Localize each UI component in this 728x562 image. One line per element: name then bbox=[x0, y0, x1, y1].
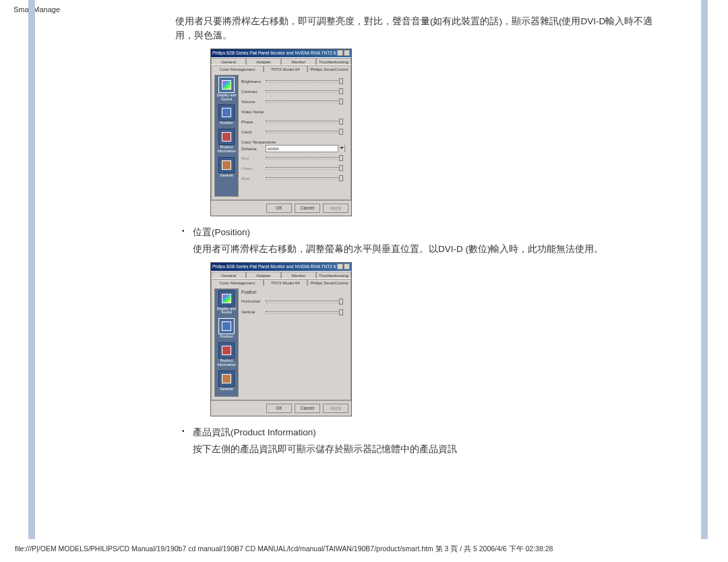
tab-row-top-2: General Adapter Monitor Troubleshooting bbox=[211, 271, 351, 278]
slider-phase[interactable] bbox=[266, 119, 345, 124]
window-title-2: Philips B2B Series Flat Panel Monitor an… bbox=[212, 264, 336, 269]
left-margin-stripe bbox=[28, 0, 35, 539]
window-title: Philips B2B Series Flat Panel Monitor an… bbox=[212, 51, 336, 55]
label-green: Green bbox=[241, 166, 266, 170]
close-icon-2[interactable] bbox=[344, 263, 350, 270]
slider-clock[interactable] bbox=[266, 129, 345, 134]
label-videonoise: Video Noise bbox=[241, 109, 266, 114]
titlebar: Philips B2B Series Flat Panel Monitor an… bbox=[211, 49, 351, 57]
slider-green[interactable] bbox=[266, 165, 345, 170]
side-label-general-2: General bbox=[220, 387, 233, 392]
apply-button-2[interactable]: Apply bbox=[323, 404, 348, 413]
tab-monitor[interactable]: Monitor bbox=[281, 58, 316, 65]
side-product-info-2[interactable] bbox=[218, 342, 235, 358]
side-label-position-2: Position bbox=[220, 335, 233, 339]
dialog-position: Philips B2B Series Flat Panel Monitor an… bbox=[210, 262, 352, 416]
bullet-product-info: 產品資訊(Product Information) bbox=[175, 426, 661, 440]
close-icon[interactable] bbox=[344, 50, 350, 56]
ok-button[interactable]: OK bbox=[266, 204, 292, 213]
slider-horizontal[interactable] bbox=[266, 299, 345, 304]
fields-area: Brightness Contrast Volume Video Noise P… bbox=[239, 75, 348, 197]
side-nav-2: Display and Sound Position Product Infor… bbox=[214, 288, 239, 397]
slider-vertical[interactable] bbox=[266, 309, 345, 315]
label-brightness: Brightness bbox=[241, 79, 266, 84]
label-blue: Blue bbox=[241, 176, 266, 181]
combo-scheme[interactable]: 6500K bbox=[266, 145, 345, 152]
label-scheme: Scheme bbox=[241, 146, 266, 151]
side-general[interactable] bbox=[218, 157, 235, 173]
label-red: Red bbox=[241, 156, 266, 160]
position-icon-2 bbox=[222, 321, 231, 331]
panel-body-2: Display and Sound Position Product Infor… bbox=[211, 286, 351, 400]
bullet-product-body: 按下左側的產品資訊即可顯示儲存於顯示器記憶體中的產品資訊 bbox=[175, 443, 661, 457]
label-vertical: Vertical bbox=[241, 309, 266, 314]
side-label-position: Position bbox=[220, 121, 233, 125]
tab-color-management[interactable]: Color Management bbox=[211, 65, 264, 72]
general-icon bbox=[222, 160, 231, 170]
help-icon-2[interactable] bbox=[337, 263, 343, 270]
side-product-info[interactable] bbox=[218, 129, 235, 145]
tab-philips-smartcontrol[interactable]: Philips SmartControl bbox=[307, 65, 351, 72]
tab-row-top: General Adapter Monitor Troubleshooting bbox=[211, 57, 351, 65]
button-bar: OK Cancel Apply bbox=[211, 200, 351, 216]
tab-general[interactable]: General bbox=[211, 58, 246, 65]
tab-philips-smartcontrol-2[interactable]: Philips SmartControl bbox=[307, 279, 351, 286]
section-position: Position bbox=[241, 290, 345, 294]
tab-tnt2-2[interactable]: TNT2 Model 64 bbox=[264, 279, 307, 286]
ok-button-2[interactable]: OK bbox=[266, 404, 292, 413]
tab-adapter-2[interactable]: Adapter bbox=[246, 272, 281, 278]
label-clock: Clock bbox=[241, 129, 266, 134]
slider-volume[interactable] bbox=[266, 98, 345, 104]
tab-monitor-2[interactable]: Monitor bbox=[281, 272, 316, 278]
tab-troubleshooting-2[interactable]: Troubleshooting bbox=[316, 272, 351, 278]
button-bar-2: OK Cancel Apply bbox=[211, 400, 351, 416]
label-volume: Volume bbox=[241, 99, 266, 104]
display-sound-icon bbox=[222, 80, 231, 90]
label-contrast: Contrast bbox=[241, 89, 266, 94]
side-position[interactable] bbox=[218, 104, 235, 121]
tab-troubleshooting[interactable]: Troubleshooting bbox=[316, 58, 351, 65]
cancel-button[interactable]: Cancel bbox=[295, 204, 320, 213]
side-label-product-2: Product Information bbox=[215, 359, 238, 367]
page-title: SmartManage bbox=[13, 5, 60, 13]
side-label-general: General bbox=[220, 174, 233, 178]
product-info-icon bbox=[222, 132, 231, 142]
side-nav: Display and Sound Position Product Infor… bbox=[214, 75, 239, 197]
combo-scheme-value: 6500K bbox=[268, 147, 279, 151]
footer-path: file:///P|/OEM MODELS/PHILIPS/CD Manual/… bbox=[15, 544, 553, 554]
label-phase: Phase bbox=[241, 119, 266, 124]
side-label-display-2: Display and Sound bbox=[215, 307, 238, 315]
help-icon[interactable] bbox=[337, 50, 343, 56]
right-margin-stripe bbox=[701, 0, 708, 539]
side-label-product: Product Information bbox=[215, 146, 238, 154]
fields-area-2: Position Horizontal Vertical bbox=[239, 288, 348, 397]
tab-row-bottom: Color Management TNT2 Model 64 Philips S… bbox=[211, 65, 351, 72]
side-display-sound-2[interactable] bbox=[218, 290, 235, 307]
side-label-display: Display and Sound bbox=[215, 94, 238, 102]
product-info-icon-2 bbox=[222, 346, 231, 355]
tab-general-2[interactable]: General bbox=[211, 272, 246, 278]
bullet-position: 位置(Position) bbox=[175, 226, 661, 240]
chevron-down-icon[interactable] bbox=[338, 145, 344, 152]
bullet-position-body: 使用者可將滑桿左右移動，調整螢幕的水平與垂直位置。以DVI-D (數位)輸入時，… bbox=[175, 243, 661, 257]
slider-brightness[interactable] bbox=[266, 78, 345, 84]
tab-row-bottom-2: Color Management TNT2 Model 64 Philips S… bbox=[211, 278, 351, 286]
apply-button[interactable]: Apply bbox=[323, 204, 348, 213]
position-icon bbox=[222, 108, 231, 117]
side-general-2[interactable] bbox=[218, 371, 235, 387]
intro-paragraph: 使用者只要將滑桿左右移動，即可調整亮度，對比，聲音音量(如有此裝置的話)，顯示器… bbox=[175, 15, 661, 43]
label-horizontal: Horizontal bbox=[241, 299, 266, 303]
side-position-2[interactable] bbox=[218, 318, 235, 334]
cancel-button-2[interactable]: Cancel bbox=[295, 404, 320, 413]
slider-red[interactable] bbox=[266, 155, 345, 160]
dialog-display-and-sound: Philips B2B Series Flat Panel Monitor an… bbox=[210, 49, 352, 216]
slider-blue[interactable] bbox=[266, 175, 345, 181]
bullet-position-heading: 位置(Position) bbox=[193, 226, 661, 240]
bullet-product-heading: 產品資訊(Product Information) bbox=[193, 426, 661, 440]
tab-color-management-2[interactable]: Color Management bbox=[211, 279, 264, 286]
tab-adapter[interactable]: Adapter bbox=[246, 58, 281, 65]
panel-body: Display and Sound Position Product Infor… bbox=[211, 72, 351, 200]
tab-tnt2[interactable]: TNT2 Model 64 bbox=[264, 65, 307, 72]
side-display-sound[interactable] bbox=[218, 77, 235, 93]
slider-contrast[interactable] bbox=[266, 88, 345, 94]
